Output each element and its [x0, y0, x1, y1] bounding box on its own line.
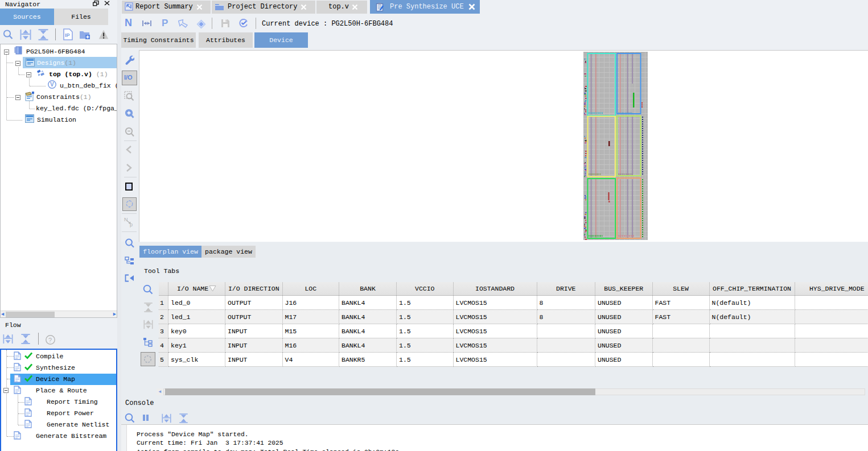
- svg-text:IP: IP: [65, 32, 70, 38]
- svg-text:V: V: [50, 81, 54, 88]
- svg-text:?: ?: [48, 337, 52, 344]
